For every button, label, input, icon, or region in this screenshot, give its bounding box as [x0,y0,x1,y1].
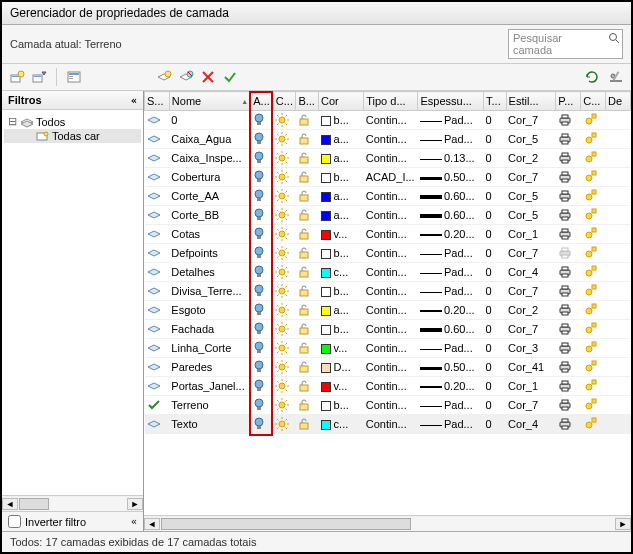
table-row[interactable]: Texto c...Contin...Pad...0Cor_4 [145,415,631,434]
status-cell[interactable] [145,111,170,130]
linetype-cell[interactable]: Contin... [364,282,418,301]
newvp-cell[interactable] [581,301,606,320]
col-linetype[interactable]: Tipo d... [364,92,418,111]
trans-cell[interactable]: 0 [484,168,507,187]
plot-cell[interactable] [556,187,581,206]
on-cell[interactable] [251,149,274,168]
newvp-cell[interactable] [581,130,606,149]
color-cell[interactable]: a... [319,130,364,149]
name-cell[interactable]: Texto [169,415,250,434]
col-pstyle[interactable]: Estil... [506,92,556,111]
lineweight-cell[interactable]: 0.20... [418,301,484,320]
col-plot[interactable]: P... [556,92,581,111]
linetype-cell[interactable]: Contin... [364,263,418,282]
plot-cell[interactable] [556,168,581,187]
status-cell[interactable] [145,244,170,263]
linetype-cell[interactable]: Contin... [364,358,418,377]
trans-cell[interactable]: 0 [484,396,507,415]
lineweight-cell[interactable]: 0.20... [418,377,484,396]
table-row[interactable]: Caixa_Agua a...Contin...Pad...0Cor_5 [145,130,631,149]
pstyle-cell[interactable]: Cor_7 [506,111,556,130]
layer-states-icon[interactable] [65,68,83,86]
freeze-cell[interactable] [273,244,296,263]
on-cell[interactable] [251,320,274,339]
pstyle-cell[interactable]: Cor_7 [506,396,556,415]
desc-cell[interactable] [606,263,631,282]
desc-cell[interactable] [606,358,631,377]
col-lineweight[interactable]: Espessu... [418,92,484,111]
newvp-cell[interactable] [581,282,606,301]
linetype-cell[interactable]: Contin... [364,244,418,263]
freeze-cell[interactable] [273,187,296,206]
linetype-cell[interactable]: Contin... [364,339,418,358]
plot-cell[interactable] [556,111,581,130]
table-row[interactable]: Fachada b...Contin...0.60...0Cor_7 [145,320,631,339]
color-cell[interactable]: a... [319,187,364,206]
lock-cell[interactable] [296,320,319,339]
lineweight-cell[interactable]: 0.50... [418,358,484,377]
newvp-cell[interactable] [581,149,606,168]
on-cell[interactable] [251,339,274,358]
name-cell[interactable]: Corte_AA [169,187,250,206]
table-row[interactable]: Cotas v...Contin...0.20...0Cor_1 [145,225,631,244]
trans-cell[interactable]: 0 [484,225,507,244]
plot-cell[interactable] [556,301,581,320]
name-cell[interactable]: Linha_Corte [169,339,250,358]
table-row[interactable]: Corte_AA a...Contin...0.60...0Cor_5 [145,187,631,206]
lineweight-cell[interactable]: 0.60... [418,320,484,339]
status-cell[interactable] [145,358,170,377]
pstyle-cell[interactable]: Cor_4 [506,415,556,434]
table-row[interactable]: Linha_Corte v...Contin...Pad...0Cor_3 [145,339,631,358]
col-name[interactable]: Nome [169,92,250,111]
lock-cell[interactable] [296,415,319,434]
lock-cell[interactable] [296,206,319,225]
trans-cell[interactable]: 0 [484,339,507,358]
status-cell[interactable] [145,377,170,396]
freeze-cell[interactable] [273,358,296,377]
newvp-cell[interactable] [581,168,606,187]
freeze-cell[interactable] [273,130,296,149]
lineweight-cell[interactable]: Pad... [418,282,484,301]
freeze-cell[interactable] [273,415,296,434]
grid-hscroll[interactable]: ◄► [144,515,631,531]
lineweight-cell[interactable]: Pad... [418,415,484,434]
delete-layer-icon[interactable] [199,68,217,86]
pstyle-cell[interactable]: Cor_1 [506,377,556,396]
plot-cell[interactable] [556,130,581,149]
name-cell[interactable]: 0 [169,111,250,130]
freeze-cell[interactable] [273,396,296,415]
color-cell[interactable]: c... [319,415,364,434]
pstyle-cell[interactable]: Cor_2 [506,149,556,168]
name-cell[interactable]: Caixa_Agua [169,130,250,149]
on-cell[interactable] [251,396,274,415]
table-row[interactable]: Paredes D...Contin...0.50...0Cor_41 [145,358,631,377]
linetype-cell[interactable]: Contin... [364,301,418,320]
lineweight-cell[interactable]: Pad... [418,263,484,282]
desc-cell[interactable] [606,339,631,358]
name-cell[interactable]: Corte_BB [169,206,250,225]
linetype-cell[interactable]: Contin... [364,187,418,206]
col-lock[interactable]: B... [296,92,319,111]
name-cell[interactable]: Detalhes [169,263,250,282]
color-cell[interactable]: a... [319,301,364,320]
desc-cell[interactable] [606,301,631,320]
settings-icon[interactable] [607,68,625,86]
status-cell[interactable] [145,301,170,320]
lock-cell[interactable] [296,358,319,377]
trans-cell[interactable]: 0 [484,282,507,301]
trans-cell[interactable]: 0 [484,187,507,206]
pstyle-cell[interactable]: Cor_5 [506,187,556,206]
color-cell[interactable]: b... [319,396,364,415]
on-cell[interactable] [251,244,274,263]
table-row[interactable]: Terreno b...Contin...Pad...0Cor_7 [145,396,631,415]
on-cell[interactable] [251,187,274,206]
table-row[interactable]: 0 b...Contin...Pad...0Cor_7 [145,111,631,130]
plot-cell[interactable] [556,263,581,282]
freeze-cell[interactable] [273,168,296,187]
invert-filter-checkbox[interactable] [8,515,21,528]
desc-cell[interactable] [606,320,631,339]
plot-cell[interactable] [556,396,581,415]
plot-cell[interactable] [556,339,581,358]
on-cell[interactable] [251,282,274,301]
on-cell[interactable] [251,415,274,434]
